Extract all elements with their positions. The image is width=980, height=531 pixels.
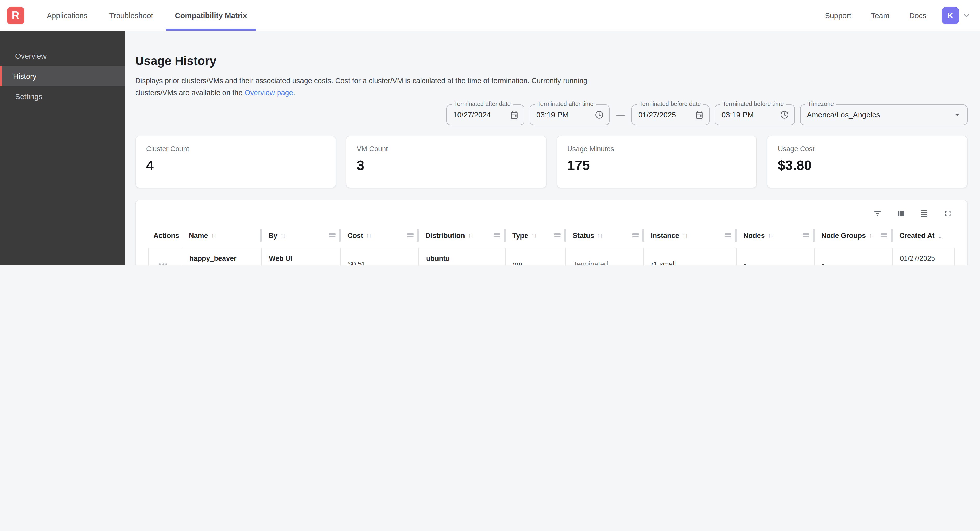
filter-icon[interactable]	[873, 209, 882, 219]
nav-link[interactable]: Docs	[899, 11, 936, 19]
node-groups-count: -	[822, 260, 888, 265]
stat-label: Usage Cost	[778, 145, 957, 153]
terminated-after-date-field[interactable]: Terminated after date	[446, 105, 524, 125]
sort-arrows-icon: ↑↓	[211, 232, 216, 239]
nav-link-label: Docs	[909, 11, 926, 19]
more-horizontal-icon[interactable]	[156, 260, 170, 265]
density-icon[interactable]	[920, 209, 929, 219]
stat-label: Cluster Count	[146, 145, 325, 153]
nav-spacer	[258, 0, 815, 31]
timezone-select[interactable]: Timezone	[800, 105, 967, 125]
columns-icon[interactable]	[896, 209, 905, 219]
column-header-cost[interactable]: Cost ↑↓	[340, 223, 418, 248]
nav-link[interactable]: Team	[861, 11, 899, 19]
cost-value: $0.51	[348, 260, 414, 265]
column-label: Node Groups	[821, 232, 866, 239]
filters-bar: Terminated after date Terminated after t…	[135, 105, 967, 125]
column-header-instance[interactable]: Instance ↑↓	[643, 223, 736, 248]
column-resize-handle[interactable]	[632, 233, 639, 238]
table-header-row: Actions Name ↑↓ By ↑↓ Cost	[148, 223, 955, 248]
timezone-value[interactable]	[807, 111, 949, 119]
terminated-before-date-input[interactable]	[638, 111, 692, 119]
sort-arrows-icon: ↑↓	[366, 232, 371, 239]
column-label: Name	[189, 232, 208, 239]
distribution-name: ubuntu	[426, 255, 501, 263]
terminated-before-date-field[interactable]: Terminated before date	[632, 105, 710, 125]
sidebar-item[interactable]: Settings	[0, 86, 125, 106]
sidebar-item-label: History	[13, 72, 37, 80]
terminated-after-time-field[interactable]: Terminated after time	[530, 105, 609, 125]
terminated-before-time-field[interactable]: Terminated before time	[715, 105, 795, 125]
timezone-label: Timezone	[805, 101, 837, 107]
clock-icon[interactable]	[595, 110, 604, 120]
sidebar-item[interactable]: Overview	[0, 46, 125, 66]
type-value: vm	[513, 260, 561, 265]
column-label: Status	[573, 232, 594, 239]
nav-link[interactable]: Support	[815, 11, 861, 19]
main-content: Usage History Displays prior clusters/VM…	[125, 31, 980, 265]
terminated-before-time-input[interactable]	[721, 111, 776, 119]
column-header-actions: Actions	[148, 223, 181, 248]
calendar-icon[interactable]	[695, 111, 704, 119]
column-label: Cost	[347, 232, 363, 239]
column-header-status[interactable]: Status ↑↓	[565, 223, 643, 248]
cell-actions	[149, 249, 182, 265]
cell-distribution: ubuntu 24.04	[419, 249, 506, 265]
nav-tab[interactable]: Troubleshoot	[98, 0, 164, 31]
avatar: K	[942, 6, 959, 24]
nav-tab[interactable]: Compatibility Matrix	[164, 0, 258, 31]
nav-link-label: Team	[871, 11, 889, 19]
terminated-before-time-label: Terminated before time	[720, 101, 786, 107]
clock-icon[interactable]	[780, 110, 789, 120]
sidebar: Overview History Settings	[0, 31, 125, 265]
column-label: Created At	[899, 232, 935, 239]
cell-status: Terminated	[566, 249, 644, 265]
column-header-type[interactable]: Type ↑↓	[505, 223, 565, 248]
terminated-after-time-input[interactable]	[536, 111, 592, 119]
column-header-by[interactable]: By ↑↓	[261, 223, 340, 248]
app-root: R Applications Troubleshoot Compatibilit…	[0, 0, 980, 265]
column-resize-handle[interactable]	[554, 233, 561, 238]
column-header-nodes[interactable]: Nodes ↑↓	[736, 223, 814, 248]
column-header-created-at[interactable]: Created At ↓	[892, 223, 955, 248]
overview-page-link[interactable]: Overview page	[245, 88, 293, 97]
sort-arrows-icon: ↑↓	[682, 232, 688, 239]
column-label: Actions	[153, 232, 179, 239]
page-title: Usage History	[135, 54, 967, 68]
stat-label: Usage Minutes	[567, 145, 746, 153]
sidebar-item[interactable]: History	[0, 66, 125, 86]
stat-card: Usage Cost $3.80	[767, 136, 968, 189]
chevron-down-icon	[963, 11, 970, 19]
column-resize-handle[interactable]	[494, 233, 500, 238]
logo-button[interactable]: R	[0, 0, 36, 31]
column-resize-handle[interactable]	[329, 233, 336, 238]
cell-created-at: 01/27/2025 03:18 PM PST	[892, 249, 955, 265]
sort-arrows-icon: ↑↓	[468, 232, 473, 239]
secondary-nav: Support Team Docs K	[815, 0, 980, 31]
stat-cards: Cluster Count 4 VM Count 3 Usage Minutes…	[135, 136, 967, 189]
sort-arrows-icon: ↑↓	[869, 232, 874, 239]
fullscreen-icon[interactable]	[943, 209, 953, 219]
cell-nodes: -	[737, 249, 815, 265]
column-header-node-groups[interactable]: Node Groups ↑↓	[814, 223, 892, 248]
column-label: Instance	[651, 232, 679, 239]
nav-tab[interactable]: Applications	[36, 0, 98, 31]
column-resize-handle[interactable]	[725, 233, 731, 238]
column-resize-handle[interactable]	[407, 233, 414, 238]
terminated-after-date-input[interactable]	[453, 111, 507, 119]
column-resize-handle[interactable]	[803, 233, 810, 238]
table-body: happy_beaver a48d9324 Web UI name@domain…	[148, 248, 955, 265]
page-description: Displays prior clusters/VMs and their as…	[135, 75, 624, 98]
stat-value: 4	[146, 158, 325, 174]
cell-type: vm	[506, 249, 566, 265]
sort-arrows-icon: ↑↓	[597, 232, 603, 239]
stat-value: $3.80	[778, 158, 957, 174]
column-header-distribution[interactable]: Distribution ↑↓	[418, 223, 505, 248]
column-header-name[interactable]: Name ↑↓	[181, 223, 261, 248]
column-resize-handle[interactable]	[881, 233, 888, 238]
calendar-icon[interactable]	[510, 111, 519, 119]
cell-cost: $0.51	[341, 249, 419, 265]
table-toolbar	[148, 208, 955, 220]
sort-arrows-icon: ↑↓	[768, 232, 773, 239]
account-menu-button[interactable]: K	[942, 6, 970, 24]
